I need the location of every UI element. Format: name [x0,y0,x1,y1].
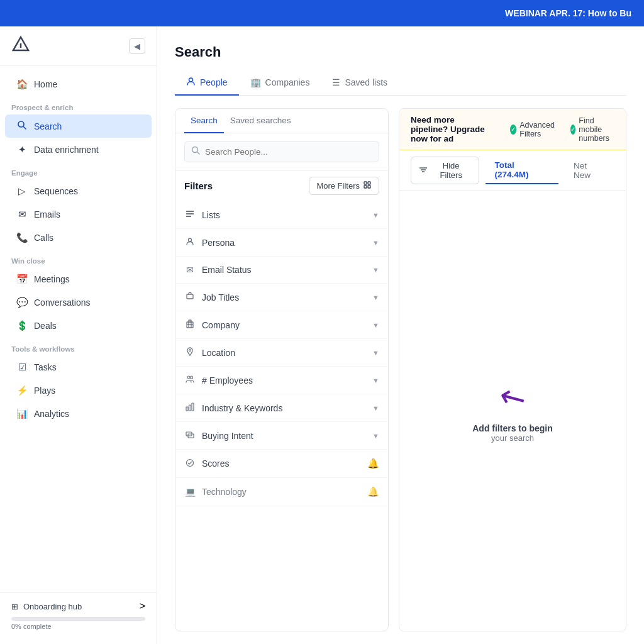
svg-point-22 [187,376,190,379]
search-people-input[interactable] [205,147,372,157]
upgrade-feature-advanced: ✓ Advanced Filters [510,121,558,138]
filter-row-technology[interactable]: 💻 Technology 🔔 [175,478,388,506]
onboarding-hub-left: ⊞ Onboarding hub [11,602,82,611]
filters-label: Filters [184,180,213,191]
sidebar-footer: ⊞ Onboarding hub > 0% complete [0,592,157,638]
filter-email-status-label: Email Status [202,265,252,275]
filter-left-job-titles: Job Titles [184,292,239,303]
sidebar-item-plays[interactable]: ⚡ Plays [5,379,152,402]
hide-filters-button[interactable]: Hide Filters [411,157,479,184]
deals-icon: 💲 [16,320,28,331]
filter-row-company[interactable]: Company ▼ [175,311,388,339]
filter-row-job-titles[interactable]: Job Titles ▼ [175,284,388,311]
filter-industry-label: Industry & Keywords [202,403,282,413]
filter-location-label: Location [202,348,235,358]
onboarding-hub-chevron: > [140,601,145,612]
svg-point-14 [189,238,192,242]
main-header: Search People 🏢 Companies ☰ [157,26,644,96]
sidebar-item-data-enrichment-label: Data enrichment [34,145,99,155]
filter-row-location[interactable]: Location ▼ [175,339,388,367]
progress-bar-container [11,617,145,621]
industry-icon [184,402,196,413]
filter-saved-tab[interactable]: Saved searches [224,109,297,133]
results-body: ↖ Add filters to begin your search [399,191,626,631]
section-label-engage: Engage [0,162,157,179]
persona-icon [184,237,196,248]
filter-left-lists: Lists [184,209,220,220]
svg-line-3 [23,126,26,129]
svg-line-6 [197,152,200,155]
collapse-sidebar-button[interactable]: ◀ [129,38,145,54]
sidebar-item-sequences[interactable]: ▷ Sequences [5,180,152,203]
logo [11,35,30,57]
hide-filters-label: Hide Filters [431,161,471,180]
main-tabs-row: People 🏢 Companies ☰ Saved lists [175,70,626,96]
lists-icon [184,209,196,220]
company-chevron-icon: ▼ [372,321,379,329]
empty-state-text: Add filters to begin your search [472,423,553,443]
sidebar-item-plays-label: Plays [34,386,55,396]
filter-row-industry[interactable]: Industry & Keywords ▼ [175,394,388,422]
svg-rect-25 [189,405,191,411]
sidebar-logo-row: ◀ [0,26,157,66]
filter-row-scores[interactable]: Scores 🔔 [175,450,388,478]
svg-point-21 [189,350,191,352]
sidebar-item-calls[interactable]: 📞 Calls [5,226,152,249]
tab-companies[interactable]: 🏢 Companies [239,70,321,96]
employees-icon [184,375,196,386]
scores-icon [184,458,196,469]
filter-buying-intent-label: Buying Intent [202,431,253,441]
sidebar-item-emails-label: Emails [34,209,60,219]
saved-lists-tab-icon: ☰ [332,77,340,87]
filter-job-titles-label: Job Titles [202,292,239,303]
sidebar-item-search[interactable]: Search [5,114,152,138]
sidebar-item-conversations-label: Conversations [34,297,91,308]
tab-saved-lists[interactable]: ☰ Saved lists [321,70,399,96]
filter-row-lists[interactable]: Lists ▼ [175,201,388,229]
lists-chevron-icon: ▼ [372,211,379,219]
sidebar-item-tasks[interactable]: ☑ Tasks [5,356,152,379]
search-input-icon [191,146,200,157]
results-panel: Need more pipeline? Upgrade now for ad ✓… [399,108,626,631]
industry-chevron-icon: ▼ [372,404,379,412]
sidebar-item-conversations[interactable]: 💬 Conversations [5,291,152,314]
empty-arrow-icon: ↖ [492,375,533,419]
filter-row-persona[interactable]: Persona ▼ [175,229,388,257]
people-tab-icon [186,77,196,88]
filter-row-employees[interactable]: # Employees ▼ [175,367,388,394]
conversations-icon: 💬 [16,297,28,308]
upgrade-title: Need more pipeline? Upgrade now for ad [411,115,492,143]
sidebar-item-deals[interactable]: 💲 Deals [5,314,152,337]
sidebar-item-analytics[interactable]: 📊 Analytics [5,402,152,425]
meetings-icon: 📅 [16,274,28,285]
filter-left-location: Location [184,347,235,358]
sidebar-item-meetings[interactable]: 📅 Meetings [5,268,152,291]
sidebar-item-data-enrichment[interactable]: ✦ Data enrichment [5,138,152,161]
sidebar-item-home[interactable]: 🏠 Home [5,73,152,96]
advanced-filters-label: Advanced Filters [519,121,558,138]
sidebar-item-calls-label: Calls [34,233,53,243]
sequences-icon: ▷ [16,186,28,197]
filter-left-email-status: ✉ Email Status [184,265,252,275]
technology-icon: 💻 [184,487,196,497]
results-netnew-tab[interactable]: Net New [565,157,614,184]
companies-tab-icon: 🏢 [250,77,261,87]
filter-lists-label: Lists [202,210,220,220]
filter-list: Lists ▼ Pers [175,201,388,631]
filter-row-email-status[interactable]: ✉ Email Status ▼ [175,257,388,284]
filter-employees-label: # Employees [202,375,253,386]
tasks-icon: ☑ [16,362,28,373]
filters-header-row: Filters More Filters [175,170,388,201]
empty-state-sub: your search [472,433,553,443]
filter-left-industry: Industry & Keywords [184,402,282,413]
onboarding-hub-item[interactable]: ⊞ Onboarding hub > [11,601,145,612]
filter-row-buying-intent[interactable]: Buying Intent ▼ [175,422,388,450]
filter-search-tab[interactable]: Search [184,109,224,133]
results-total-tab[interactable]: Total (274.4M) [486,157,558,184]
tab-people[interactable]: People [175,70,239,96]
buying-intent-chevron-icon: ▼ [372,432,379,440]
mobile-numbers-check-icon: ✓ [570,125,575,135]
sidebar-item-emails[interactable]: ✉ Emails [5,203,152,226]
tab-people-label: People [200,77,228,87]
more-filters-button[interactable]: More Filters [309,177,379,195]
